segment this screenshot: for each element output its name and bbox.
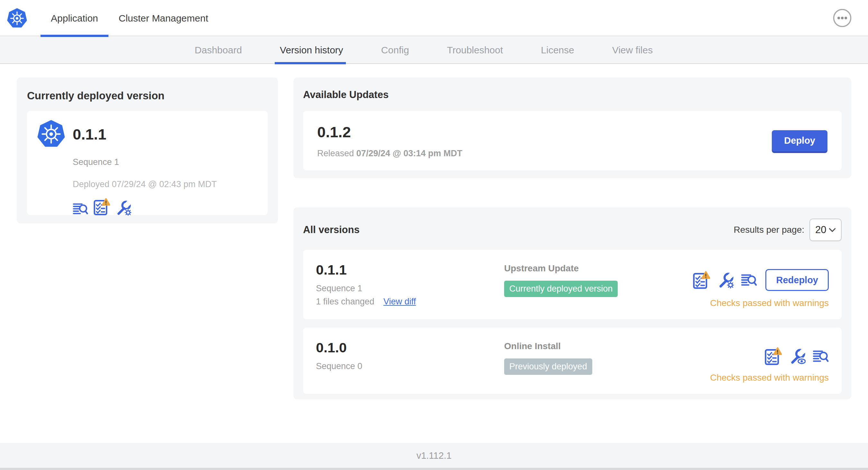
console-version: v1.112.1 [416, 450, 452, 463]
subnav-item-license[interactable]: License [541, 37, 574, 64]
results-per-page-label: Results per page: [734, 225, 804, 235]
redeploy-button[interactable]: Redeploy [765, 269, 829, 291]
deploy-button[interactable]: Deploy [772, 130, 828, 152]
subnav-item-config[interactable]: Config [381, 37, 409, 64]
config-edit-icon[interactable] [115, 200, 131, 216]
subnav-item-version-history[interactable]: Version history [280, 37, 343, 64]
update-released-line: Released 07/29/24 @ 03:14 pm MDT [317, 148, 462, 159]
version-row: 0.1.0 Sequence 0 Online Install Previous… [303, 328, 842, 394]
results-per-page-value: 20 [815, 224, 826, 236]
row-sequence: Sequence 0 [316, 361, 504, 371]
currently-deployed-title: Currently deployed version [27, 90, 268, 102]
available-updates-title: Available Updates [303, 89, 842, 101]
page-footer: v1.112.1 [0, 443, 868, 470]
diff-icon[interactable] [741, 273, 757, 287]
preflight-checks-warning-icon[interactable] [765, 347, 782, 366]
deployed-version-number: 0.1.1 [73, 125, 257, 143]
row-version-number: 0.1.0 [316, 340, 504, 356]
row-source-label: Online Install [504, 341, 710, 351]
diff-icon[interactable] [813, 349, 829, 363]
deployed-version-actions [73, 198, 257, 216]
diff-icon[interactable] [73, 202, 88, 216]
app-subnav: Dashboard Version history Config Trouble… [0, 37, 868, 64]
version-row: 0.1.1 Sequence 1 1 files changed View di… [303, 250, 842, 319]
status-badge: Currently deployed version [504, 281, 618, 297]
tab-application[interactable]: Application [40, 0, 108, 36]
ellipsis-menu-icon[interactable] [833, 8, 852, 28]
kubernetes-logo-icon [7, 8, 27, 29]
chevron-down-icon [829, 228, 836, 232]
window-bottom-edge [0, 468, 868, 470]
subnav-item-troubleshoot[interactable]: Troubleshoot [447, 37, 503, 64]
view-diff-link[interactable]: View diff [383, 297, 416, 307]
preflight-status-text: Checks passed with warnings [710, 298, 829, 308]
results-per-page-select[interactable]: 20 [809, 219, 842, 241]
app-logo-icon [37, 120, 65, 148]
preflight-checks-warning-icon[interactable] [693, 271, 710, 289]
row-version-number: 0.1.1 [316, 262, 504, 278]
top-bar: Application Cluster Management [0, 0, 868, 36]
currently-deployed-version-card: 0.1.1 Sequence 1 Deployed 07/29/24 @ 02:… [27, 111, 268, 215]
row-source-label: Upstream Update [504, 263, 693, 274]
update-row: 0.1.2 Released 07/29/24 @ 03:14 pm MDT D… [303, 111, 842, 170]
all-versions-title: All versions [303, 224, 360, 236]
update-version-number: 0.1.2 [317, 123, 462, 141]
subnav-item-dashboard[interactable]: Dashboard [195, 37, 242, 64]
all-versions-card: All versions Results per page: 20 0.1.1 … [293, 207, 851, 399]
top-tabs: Application Cluster Management [40, 0, 218, 36]
subnav-item-view-files[interactable]: View files [612, 37, 653, 64]
row-sequence: Sequence 1 [316, 283, 504, 294]
deployed-sequence: Sequence 1 [73, 157, 257, 167]
deployed-timestamp: Deployed 07/29/24 @ 02:43 pm MDT [73, 179, 257, 189]
tab-cluster-management[interactable]: Cluster Management [108, 0, 218, 36]
currently-deployed-card: Currently deployed version 0.1.1 Sequenc… [17, 77, 278, 224]
files-changed-label: 1 files changed [316, 297, 374, 307]
config-view-icon[interactable] [789, 348, 806, 365]
preflight-status-text: Checks passed with warnings [710, 373, 829, 383]
preflight-checks-warning-icon[interactable] [93, 198, 110, 216]
status-badge: Previously deployed [504, 359, 592, 375]
available-updates-card: Available Updates 0.1.2 Released 07/29/2… [293, 77, 851, 178]
config-edit-icon[interactable] [717, 272, 734, 289]
